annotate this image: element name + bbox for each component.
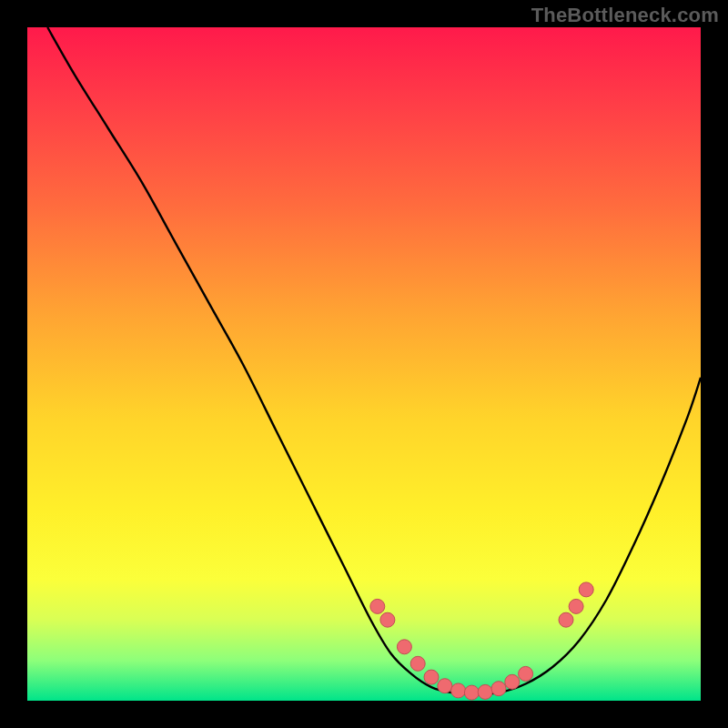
highlighted-dot: [505, 674, 520, 689]
watermark-text: TheBottleneck.com: [531, 4, 719, 27]
highlighted-dot: [397, 640, 411, 654]
chart-frame: TheBottleneck.com: [0, 0, 728, 728]
highlighted-dot: [569, 599, 583, 613]
highlighted-dot: [579, 582, 593, 597]
highlighted-dot: [478, 684, 492, 699]
bottleneck-curve: [47, 27, 701, 694]
highlighted-dot: [464, 685, 479, 700]
highlighted-dot: [380, 612, 395, 627]
highlighted-dot: [424, 670, 439, 684]
highlighted-dot: [519, 666, 533, 681]
chart-svg: [27, 27, 701, 701]
highlighted-dot: [451, 683, 466, 698]
highlighted-dot: [491, 682, 506, 696]
highlighted-dot: [438, 679, 452, 693]
highlighted-dot: [410, 656, 425, 671]
highlighted-dot: [370, 599, 385, 613]
highlighted-dots-group: [370, 582, 593, 700]
highlighted-dot: [559, 612, 573, 627]
